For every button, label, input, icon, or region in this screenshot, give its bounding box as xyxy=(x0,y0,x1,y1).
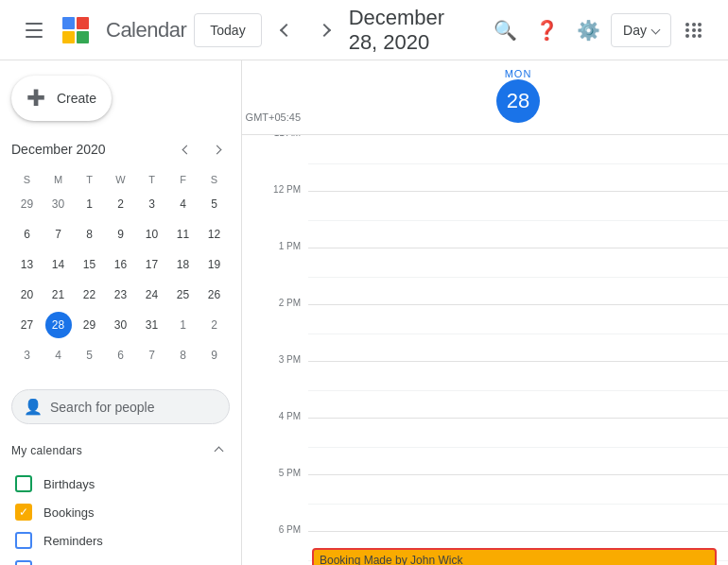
my-calendars-header[interactable]: My calendars xyxy=(11,432,230,470)
search-icon: 🔍 xyxy=(494,19,517,42)
mini-cal-day[interactable]: 6 xyxy=(14,221,41,248)
grid-row[interactable] xyxy=(308,362,728,419)
mini-cal-day[interactable]: 15 xyxy=(77,251,103,278)
cal-item-bookings[interactable]: Bookings xyxy=(11,498,230,526)
birthdays-checkbox[interactable] xyxy=(15,475,32,492)
grid-row[interactable] xyxy=(308,192,728,248)
view-selector[interactable]: Day xyxy=(611,13,671,47)
weekday-t1: T xyxy=(74,170,105,189)
hour-label: 5 PM xyxy=(279,468,301,478)
mini-calendar-nav xyxy=(173,136,230,163)
grid-row[interactable] xyxy=(308,248,728,305)
cal-item-birthdays[interactable]: Birthdays xyxy=(11,470,230,498)
mini-cal-day[interactable]: 3 xyxy=(14,342,41,368)
mini-calendar-month: December 2020 xyxy=(11,142,106,157)
mini-cal-day[interactable]: 16 xyxy=(108,251,134,278)
mini-cal-day[interactable]: 23 xyxy=(108,282,134,308)
mini-cal-day[interactable]: 11 xyxy=(170,221,197,248)
mini-cal-day[interactable]: 26 xyxy=(201,282,228,308)
grid-row[interactable] xyxy=(308,135,728,192)
grid-row[interactable] xyxy=(308,305,728,362)
cal-item-tasks[interactable]: Tasks xyxy=(11,555,230,565)
mini-cal-day[interactable]: 8 xyxy=(170,342,197,368)
mini-cal-day[interactable]: 13 xyxy=(14,251,41,278)
view-label: Day xyxy=(623,23,647,38)
grid-row[interactable] xyxy=(308,475,728,532)
mini-cal-day[interactable]: 1 xyxy=(77,191,103,217)
sidebar: ✚ Create December 2020 S xyxy=(0,60,242,565)
mini-cal-day[interactable]: 4 xyxy=(170,191,197,217)
main-layout: ✚ Create December 2020 S xyxy=(0,60,728,565)
mini-cal-day[interactable]: 19 xyxy=(201,251,228,278)
bookings-label: Bookings xyxy=(43,505,94,520)
mini-cal-day[interactable]: 20 xyxy=(14,282,41,308)
mini-cal-day[interactable]: 12 xyxy=(201,221,228,248)
mini-cal-day[interactable]: 4 xyxy=(45,342,72,368)
bookings-checkbox[interactable] xyxy=(15,504,32,521)
reminders-checkbox[interactable] xyxy=(15,532,32,549)
hour-label: 6 PM xyxy=(279,524,301,535)
mini-cal-day[interactable]: 3 xyxy=(139,191,165,217)
mini-cal-day[interactable]: 30 xyxy=(108,312,134,338)
tasks-checkbox[interactable] xyxy=(15,560,32,565)
mini-cal-prev-button[interactable] xyxy=(173,136,199,163)
search-button[interactable]: 🔍 xyxy=(486,11,524,49)
mini-cal-day[interactable]: 30 xyxy=(45,191,72,217)
mini-cal-day[interactable]: 9 xyxy=(201,342,228,368)
google-apps-button[interactable] xyxy=(675,11,713,49)
grid-row[interactable] xyxy=(308,419,728,475)
mini-cal-day[interactable]: 29 xyxy=(77,312,103,338)
hour-label: 11 AM xyxy=(274,135,301,138)
day-number-circle[interactable]: 28 xyxy=(496,79,540,123)
time-slot-label: 5 PM xyxy=(242,475,308,532)
mini-calendar-header: December 2020 xyxy=(11,136,230,163)
grid-lines-column: Booking Made by John Wick6:17 – 7:17pm xyxy=(308,135,728,565)
mini-cal-day[interactable]: 24 xyxy=(139,282,165,308)
mini-cal-day[interactable]: 14 xyxy=(45,251,72,278)
mini-cal-day[interactable]: 7 xyxy=(139,342,165,368)
mini-cal-day[interactable]: 9 xyxy=(108,221,134,248)
mini-cal-day[interactable]: 10 xyxy=(139,221,165,248)
header-actions: 🔍 ❓ ⚙️ Day xyxy=(486,11,713,49)
create-label: Create xyxy=(57,91,96,106)
mini-cal-day[interactable]: 21 xyxy=(45,282,72,308)
today-button[interactable]: Today xyxy=(194,13,261,47)
mini-cal-day[interactable]: 29 xyxy=(14,191,41,217)
plus-icon: ✚ xyxy=(26,87,45,110)
create-button[interactable]: ✚ Create xyxy=(11,76,112,121)
settings-button[interactable]: ⚙️ xyxy=(569,11,607,49)
my-calendars-toggle[interactable] xyxy=(207,439,230,462)
cal-item-reminders[interactable]: Reminders xyxy=(11,526,230,555)
day-column-header: GMT+05:45 MON 28 xyxy=(242,60,728,135)
mini-cal-day[interactable]: 25 xyxy=(170,282,197,308)
mini-cal-day[interactable]: 22 xyxy=(77,282,103,308)
event-title: Booking Made by John Wick xyxy=(320,554,709,565)
mini-cal-day[interactable]: 5 xyxy=(201,191,228,217)
mini-cal-day[interactable]: 7 xyxy=(45,221,72,248)
mini-cal-next-button[interactable] xyxy=(203,136,230,163)
prev-period-button[interactable] xyxy=(269,13,303,47)
person-search-icon: 👤 xyxy=(24,398,43,416)
timezone-label: GMT+05:45 xyxy=(242,111,308,127)
mini-cal-day[interactable]: 28 xyxy=(45,312,72,338)
mini-calendar-grid: S M T W T F S 29301234567891011121314151… xyxy=(11,170,230,370)
next-period-button[interactable] xyxy=(307,13,341,47)
mini-cal-day[interactable]: 1 xyxy=(170,312,197,338)
time-slot-label: 3 PM xyxy=(242,362,308,419)
mini-cal-day[interactable]: 2 xyxy=(108,191,134,217)
mini-cal-day[interactable]: 27 xyxy=(14,312,41,338)
time-slot-label: 1 PM xyxy=(242,248,308,305)
mini-cal-day[interactable]: 8 xyxy=(77,221,103,248)
mini-cal-day[interactable]: 6 xyxy=(108,342,134,368)
help-button[interactable]: ❓ xyxy=(528,11,565,49)
mini-cal-day[interactable]: 17 xyxy=(139,251,165,278)
time-slot-label: 12 PM xyxy=(242,192,308,248)
booking-event[interactable]: Booking Made by John Wick6:17 – 7:17pm xyxy=(312,548,717,565)
mini-cal-day[interactable]: 5 xyxy=(77,342,103,368)
mini-cal-day[interactable]: 31 xyxy=(139,312,165,338)
weekday-w: W xyxy=(105,170,136,189)
mini-cal-day[interactable]: 18 xyxy=(170,251,197,278)
mini-cal-day[interactable]: 2 xyxy=(201,312,228,338)
menu-button[interactable] xyxy=(15,11,53,49)
search-people-field[interactable]: 👤 Search for people xyxy=(11,389,230,424)
